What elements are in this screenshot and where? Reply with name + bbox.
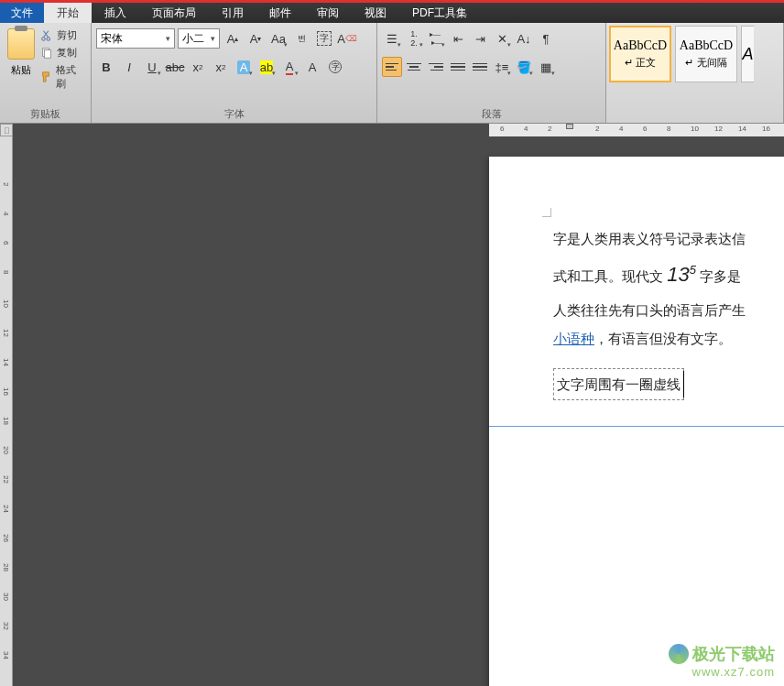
ruler-tick: 14 (738, 125, 746, 133)
menu-bar: 文件 开始 插入 页面布局 引用 邮件 审阅 视图 PDF工具集 (0, 3, 784, 23)
multilevel-list-button[interactable]: ▸— ▸—▾ (426, 28, 446, 49)
clipboard-group-label: 剪贴板 (5, 105, 86, 123)
document-area[interactable]: 字是人类用表义符号记录表达信 式和工具。现代文 135 字多是 人类往往先有口头… (13, 136, 784, 686)
ruler-tick: 34 (2, 651, 10, 659)
strikethrough-button[interactable]: abc (165, 57, 185, 77)
ruler-tick: 12 (2, 329, 10, 337)
align-distributed-button[interactable] (470, 57, 490, 77)
shrink-font-button[interactable]: A▾ (245, 28, 266, 49)
text-line[interactable]: 字是人类用表义符号记录表达信 (553, 224, 784, 254)
tab-page-layout[interactable]: 页面布局 (139, 3, 209, 23)
style-preview: AaBbCcD (614, 38, 667, 53)
page[interactable]: 字是人类用表义符号记录表达信 式和工具。现代文 135 字多是 人类往往先有口头… (489, 157, 784, 686)
paste-icon (7, 28, 35, 60)
svg-point-0 (41, 37, 45, 40)
ruler-tick: 6 (643, 125, 647, 133)
paragraph-group: ☰▾ 1.2.▾ ▸— ▸—▾ ⇤ ⇥ ✕▾ A↓ ¶ ‡≡▾ 🪣▾ ▦▾ 段落 (377, 23, 606, 123)
ribbon: 粘贴 剪切 复制 格式刷 剪贴板 宋体▾ (0, 23, 784, 124)
ruler-horizontal[interactable]: 6 4 2 2 4 6 8 10 12 14 16 (489, 124, 784, 136)
subscript-button[interactable]: x2 (188, 57, 208, 77)
numbering-button[interactable]: 1.2.▾ (404, 28, 424, 49)
ruler-tick: 20 (2, 446, 10, 454)
style-more[interactable]: A (741, 26, 754, 82)
phonetic-guide-button[interactable]: 변 (291, 28, 311, 49)
show-marks-button[interactable]: ¶ (536, 28, 556, 49)
ruler-tick: 4 (619, 125, 623, 133)
ruler-corner[interactable]: ⎕ (0, 124, 13, 136)
ruler-tick: 16 (762, 125, 770, 133)
align-right-button[interactable] (426, 57, 446, 77)
scissors-icon (40, 29, 53, 42)
text-line[interactable]: 小语种，有语言但没有文字。 (553, 324, 784, 354)
grow-font-button[interactable]: A▴ (223, 28, 243, 49)
ruler-tick: 10 (2, 299, 10, 308)
ruler-tick: 6 (500, 125, 504, 133)
brush-icon (40, 71, 53, 83)
character-shading-button[interactable]: A (302, 57, 322, 77)
cut-button[interactable]: 剪切 (40, 28, 86, 42)
asian-layout-button[interactable]: ✕▾ (492, 28, 512, 49)
ruler-tick: 2 (595, 125, 599, 133)
indent-marker[interactable] (566, 124, 573, 129)
align-left-button[interactable] (382, 57, 402, 77)
change-case-button[interactable]: Aa▾ (268, 28, 289, 49)
ruler-tick: 26 (2, 534, 10, 542)
ruler-vertical[interactable]: 2 4 6 8 10 12 14 16 18 20 22 24 26 28 30… (0, 136, 13, 686)
ruler-tick: 4 (524, 125, 528, 133)
highlight-color-button[interactable]: ab▾ (256, 57, 277, 77)
bordered-text[interactable]: 文字周围有一圈虚线 (553, 368, 684, 401)
tab-view[interactable]: 视图 (352, 3, 399, 23)
tab-references[interactable]: 引用 (209, 3, 256, 23)
enclose-characters-button[interactable]: 字 (325, 57, 345, 77)
increase-indent-button[interactable]: ⇥ (470, 28, 490, 49)
ruler-tick: 8 (667, 125, 670, 133)
chevron-down-icon: ▾ (211, 34, 215, 43)
shading-button[interactable]: 🪣▾ (514, 57, 534, 77)
paste-button[interactable]: 粘贴 (5, 26, 38, 77)
ruler-tick: 24 (2, 505, 10, 513)
italic-button[interactable]: I (119, 57, 139, 77)
font-name-combo[interactable]: 宋体▾ (96, 28, 175, 49)
text-span: 式和工具。现代文 (553, 268, 667, 284)
font-group: 宋体▾ 小二▾ A▴ A▾ Aa▾ 변 字 A⌫ B I U▾ abc x2 x… (92, 23, 377, 123)
sort-button[interactable]: A↓ (514, 28, 534, 49)
align-center-button[interactable] (404, 57, 424, 77)
style-label: ↵ 正文 (625, 56, 656, 70)
line-spacing-button[interactable]: ‡≡▾ (492, 57, 512, 77)
format-painter-button[interactable]: 格式刷 (40, 63, 86, 91)
borders-button[interactable]: ▦▾ (536, 57, 556, 77)
decrease-indent-button[interactable]: ⇤ (448, 28, 468, 49)
tab-mail[interactable]: 邮件 (256, 3, 304, 23)
font-size-combo[interactable]: 小二▾ (178, 28, 220, 49)
bold-button[interactable]: B (96, 57, 116, 77)
underline-button[interactable]: U▾ (142, 57, 162, 77)
font-group-label: 字体 (96, 105, 372, 123)
page-content[interactable]: 字是人类用表义符号记录表达信 式和工具。现代文 135 字多是 人类往往先有口头… (553, 224, 784, 427)
superscript-button[interactable]: x2 (211, 57, 231, 77)
ruler-tick: 2 (2, 182, 10, 186)
character-border-button[interactable]: 字 (314, 28, 334, 49)
tab-review[interactable]: 审阅 (304, 3, 352, 23)
copy-button[interactable]: 复制 (40, 46, 86, 60)
margin-mark (542, 208, 551, 217)
clipboard-group: 粘贴 剪切 复制 格式刷 剪贴板 (0, 23, 92, 123)
tab-home[interactable]: 开始 (44, 3, 92, 23)
font-color-button[interactable]: A▾ (279, 57, 299, 77)
text-span: 字多是 (696, 268, 741, 284)
hyperlink[interactable]: 小语种 (553, 331, 594, 346)
style-no-spacing[interactable]: AaBbCcD ↵ 无间隔 (675, 26, 737, 82)
bullets-button[interactable]: ☰▾ (382, 28, 402, 49)
ruler-tick: 32 (2, 622, 10, 630)
text-span: ，有语言但没有文字。 (594, 331, 732, 346)
tab-pdf-tools[interactable]: PDF工具集 (399, 3, 480, 23)
text-line[interactable]: 式和工具。现代文 135 字多是 (553, 254, 784, 296)
text-line[interactable]: 人类往往先有口头的语言后产生 (553, 296, 784, 325)
ruler-tick: 10 (691, 125, 699, 133)
file-menu[interactable]: 文件 (0, 3, 44, 23)
style-normal[interactable]: AaBbCcD ↵ 正文 (609, 26, 671, 82)
text-effects-button[interactable]: A▾ (234, 57, 254, 77)
align-justify-button[interactable] (448, 57, 468, 77)
ruler-tick: 8 (2, 270, 10, 274)
clear-formatting-button[interactable]: A⌫ (337, 28, 357, 49)
tab-insert[interactable]: 插入 (92, 3, 139, 23)
